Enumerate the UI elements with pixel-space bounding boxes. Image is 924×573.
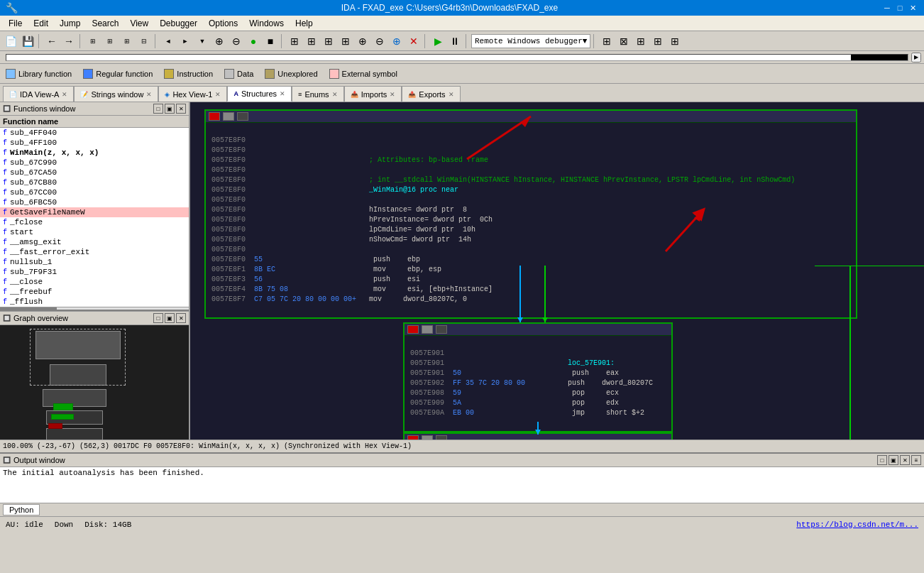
tab-ida-view-close[interactable]: ✕: [62, 91, 67, 98]
minimize-button[interactable]: ─: [881, 2, 893, 13]
tb-btn14[interactable]: ⊞: [321, 33, 336, 49]
close-button[interactable]: ✕: [907, 2, 918, 13]
fw-max-button[interactable]: ▣: [165, 104, 175, 114]
tab-imports-icon: 📥: [351, 91, 358, 98]
python-tab[interactable]: Python: [3, 504, 40, 515]
list-item[interactable]: f sub_67CC00: [0, 187, 189, 197]
back-button[interactable]: ←: [44, 33, 60, 49]
maximize-button[interactable]: □: [894, 2, 906, 13]
tab-enums-close[interactable]: ✕: [332, 91, 338, 98]
menu-view[interactable]: View: [124, 17, 154, 30]
ow-close-button[interactable]: ✕: [900, 455, 910, 465]
list-item[interactable]: f sub_67CB80: [0, 178, 189, 187]
top-scroll-bar[interactable]: ▶: [0, 51, 924, 64]
tb-btn4[interactable]: ⊟: [136, 33, 152, 49]
play-button[interactable]: ▶: [430, 33, 446, 49]
menu-windows[interactable]: Windows: [243, 17, 290, 30]
pause-button[interactable]: ⏸: [447, 33, 463, 49]
list-item[interactable]: f __fast_error_exit: [0, 247, 189, 257]
tab-enums[interactable]: ≡ Enums ✕: [292, 86, 344, 102]
fw-close-button[interactable]: ✕: [176, 104, 186, 114]
menu-search[interactable]: Search: [86, 17, 124, 30]
tab-exports-icon: 📤: [408, 91, 416, 98]
tab-hex[interactable]: ◈ Hex View-1 ✕: [158, 86, 227, 102]
debugger-dropdown[interactable]: Remote Windows debugger ▼: [471, 34, 590, 48]
tb-btn21[interactable]: ⊠: [616, 33, 632, 49]
tab-exports[interactable]: 📤 Exports ✕: [402, 86, 460, 102]
list-item[interactable]: f __freebuf: [0, 287, 189, 297]
tb-btn8[interactable]: ⊕: [211, 33, 227, 49]
scroll-track[interactable]: [6, 54, 908, 61]
forward-button[interactable]: →: [61, 33, 77, 49]
legend-unexplored-label: Unexplored: [277, 70, 317, 78]
tb-btn9[interactable]: ⊖: [229, 33, 244, 49]
menu-edit[interactable]: Edit: [28, 17, 54, 30]
disasm-block-2[interactable]: 0057E901 0057E901 loc_57E901: 0057E901 5…: [403, 322, 673, 432]
menu-jump[interactable]: Jump: [54, 17, 86, 30]
go-close-button[interactable]: ✕: [176, 313, 186, 323]
list-item[interactable]: f sub_67CA50: [0, 168, 189, 178]
menu-help[interactable]: Help: [290, 17, 319, 30]
go-max-button[interactable]: ▣: [165, 313, 175, 323]
menu-options[interactable]: Options: [203, 17, 243, 30]
menu-file[interactable]: File: [3, 17, 28, 30]
scroll-right-button[interactable]: ▶: [911, 53, 921, 62]
graph-overview-content[interactable]: [0, 325, 189, 440]
list-item[interactable]: f sub_4FF040: [0, 128, 189, 138]
tb-btn15[interactable]: ⊞: [338, 33, 353, 49]
list-item[interactable]: f nullsub_1: [0, 257, 189, 267]
list-item[interactable]: f __amsg_exit: [0, 237, 189, 247]
functions-list[interactable]: f sub_4FF040 f sub_4FF100 f WinMain(z, x…: [0, 128, 189, 307]
tb-btn1[interactable]: ⊞: [85, 33, 101, 49]
list-item[interactable]: f sub_4FF100: [0, 138, 189, 148]
tb-btn19[interactable]: ✕: [406, 33, 422, 49]
go-green2: [51, 414, 74, 420]
tb-btn13[interactable]: ⊞: [304, 33, 319, 49]
list-item[interactable]: f sub_6FBC50: [0, 197, 189, 207]
tb-btn18[interactable]: ⊕: [389, 33, 405, 49]
tab-imports[interactable]: 📥 Imports ✕: [344, 86, 402, 102]
tab-structures-close[interactable]: ✕: [280, 90, 285, 97]
ow-restore-button[interactable]: □: [877, 455, 887, 465]
disasm-block-1[interactable]: 0057E8F0 0057E8F0 0057E8F0 ; Attributes:…: [204, 109, 857, 319]
tb-btn16[interactable]: ⊕: [355, 33, 370, 49]
tab-structures[interactable]: A Structures ✕: [227, 86, 292, 102]
tab-hex-close[interactable]: ✕: [215, 91, 221, 98]
tab-strings-close[interactable]: ✕: [146, 91, 152, 98]
tb-btn23[interactable]: ⊞: [650, 33, 666, 49]
tb-btn12[interactable]: ⊞: [287, 33, 302, 49]
go-restore-button[interactable]: □: [153, 313, 163, 323]
tb-btn22[interactable]: ⊞: [633, 33, 649, 49]
list-item[interactable]: f start: [0, 227, 189, 237]
ow-max-button[interactable]: ▣: [889, 455, 898, 465]
list-item[interactable]: f WinMain(z, x, x, x): [0, 148, 189, 158]
save-button[interactable]: 💾: [20, 33, 35, 49]
tab-strings[interactable]: 📝 Strings window ✕: [74, 86, 158, 102]
fw-restore-button[interactable]: □: [153, 104, 163, 114]
tb-btn24[interactable]: ⊞: [667, 33, 683, 49]
list-item[interactable]: f sub_67C990: [0, 158, 189, 168]
tb-btn11[interactable]: ■: [263, 33, 278, 49]
disasm-block-3[interactable]: [403, 432, 673, 440]
tab-imports-close[interactable]: ✕: [390, 91, 395, 98]
tab-exports-close[interactable]: ✕: [449, 91, 454, 98]
tb-btn6[interactable]: ►: [177, 33, 193, 49]
tb-btn5[interactable]: ◄: [160, 33, 176, 49]
menu-debugger[interactable]: Debugger: [154, 17, 203, 30]
tb-btn17[interactable]: ⊖: [372, 33, 387, 49]
list-item[interactable]: f sub_7F9F31: [0, 267, 189, 277]
ow-extra-button[interactable]: ≡: [911, 455, 921, 465]
list-item[interactable]: f GetSaveFileNameW: [0, 207, 189, 217]
go-viewport: [30, 329, 126, 386]
new-button[interactable]: 📄: [3, 33, 18, 49]
tb-btn20[interactable]: ⊞: [599, 33, 615, 49]
tab-ida-view[interactable]: 📄 IDA View-A ✕: [3, 86, 74, 102]
list-item[interactable]: f _fflush: [0, 297, 189, 307]
tb-btn7[interactable]: ▼: [194, 33, 210, 49]
list-item[interactable]: f __close: [0, 277, 189, 287]
tb-btn10[interactable]: ●: [246, 33, 261, 49]
tb-btn2[interactable]: ⊞: [102, 33, 118, 49]
disassembly-panel[interactable]: 0057E8F0 0057E8F0 0057E8F0 ; Attributes:…: [190, 102, 924, 440]
list-item[interactable]: f _fclose: [0, 217, 189, 227]
tb-btn3[interactable]: ⊞: [119, 33, 135, 49]
